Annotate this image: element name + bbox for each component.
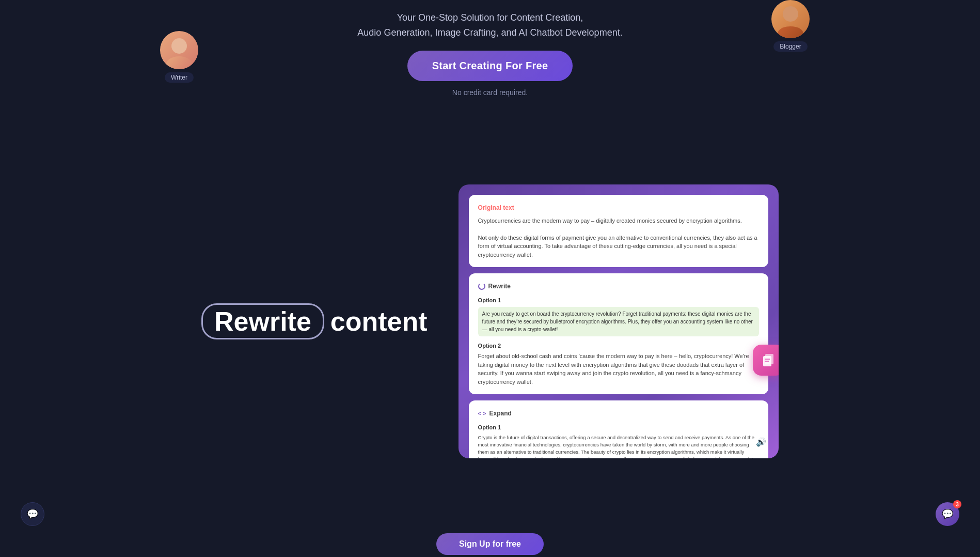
expand-code-icon: < > xyxy=(478,409,486,418)
notification-badge: 3 xyxy=(953,500,961,508)
floating-copy-icon xyxy=(753,345,779,376)
blogger-avatar-container: Blogger xyxy=(771,0,810,52)
refresh-icon xyxy=(478,283,485,290)
no-credit-text: No credit card required. xyxy=(452,88,528,97)
main-area: Rewrite content Original text Cryptocurr… xyxy=(201,111,779,531)
expand-card-title-row: < > Expand xyxy=(478,409,759,418)
option1-text: Are you ready to get on board the crypto… xyxy=(478,307,759,336)
rewrite-card: Rewrite Option 1 Are you ready to get on… xyxy=(469,273,768,394)
option1-label: Option 1 xyxy=(478,296,759,305)
expand-option1-text: Crypto is the future of digital transact… xyxy=(478,434,759,458)
rewrite-card-title: Rewrite xyxy=(488,282,511,291)
option2-text: Forget about old-school cash and coins '… xyxy=(478,352,759,386)
expand-card-title: Expand xyxy=(489,409,512,418)
expand-option1-label: Option 1 xyxy=(478,423,759,432)
blogger-avatar xyxy=(771,0,810,38)
copy-document-icon xyxy=(760,352,777,368)
chat-icon-right: 💬 xyxy=(942,508,953,520)
start-creating-button[interactable]: Start Creating For Free xyxy=(407,51,573,81)
writer-label: Writer xyxy=(165,72,194,83)
hero-text: Rewrite content xyxy=(201,303,428,339)
writer-avatar-container: Writer xyxy=(160,31,198,83)
original-text-card: Original text Cryptocurrencies are the m… xyxy=(469,195,768,268)
tagline: Your One-Stop Solution for Content Creat… xyxy=(357,10,622,40)
hero-headline: Rewrite content xyxy=(201,303,428,339)
hero-content-word: content xyxy=(330,306,428,337)
original-text-body2: Not only do these digital forms of payme… xyxy=(478,234,759,259)
blogger-label: Blogger xyxy=(773,41,807,52)
chat-bubble-icon: 💬 xyxy=(27,508,38,520)
expand-card: < > Expand Option 1 Crypto is the future… xyxy=(469,400,768,458)
chat-widget-right[interactable]: 💬 3 xyxy=(936,502,959,526)
top-section: Your One-Stop Solution for Content Creat… xyxy=(0,0,980,97)
bottom-bar: Sign Up for free xyxy=(0,531,980,557)
demo-panel: Original text Cryptocurrencies are the m… xyxy=(459,184,779,458)
writer-avatar xyxy=(160,31,198,69)
original-text-title: Original text xyxy=(478,203,759,212)
rewrite-highlighted-word: Rewrite xyxy=(201,303,324,339)
option2-label: Option 2 xyxy=(478,342,759,350)
original-text-body1: Cryptocurrencies are the modern way to p… xyxy=(478,216,759,225)
rewrite-card-title-row: Rewrite xyxy=(478,282,759,291)
volume-icon: 🔊 xyxy=(756,437,766,447)
signup-button[interactable]: Sign Up for free xyxy=(436,533,544,555)
chat-widget-left[interactable]: 💬 xyxy=(21,502,44,526)
